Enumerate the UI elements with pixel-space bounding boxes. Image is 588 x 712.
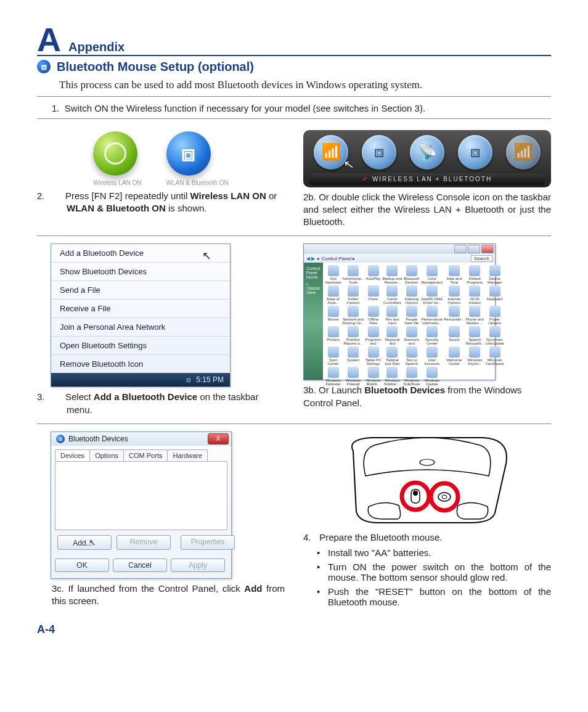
- step-1-num: 1.: [52, 103, 60, 113]
- cp-item[interactable]: Keyboard: [485, 285, 504, 305]
- cp-item[interactable]: Mouse: [325, 306, 341, 325]
- cp-item[interactable]: AutoPlay: [365, 265, 382, 284]
- menu-item[interactable]: Send a File: [51, 280, 230, 299]
- cp-item[interactable]: Device Manager: [485, 265, 504, 284]
- cp-item[interactable]: Windows Firewall: [343, 367, 364, 386]
- cp-item[interactable]: iSCSI Initiator: [465, 285, 484, 305]
- cp-item[interactable]: Taskbar and Start Menu: [383, 346, 402, 366]
- fn-icons: Wireless LAN ON ⧈ WLAN & Bluetooth ON: [37, 131, 285, 186]
- cp-item[interactable]: Ease of Acce...: [325, 285, 341, 305]
- wlan-bt-on-label: WLAN & Bluetooth ON: [166, 179, 229, 186]
- cp-item[interactable]: Regional and Language...: [383, 326, 402, 345]
- menu-item[interactable]: Join a Personal Area Network: [51, 317, 230, 336]
- cp-item[interactable]: Windows CardSpace: [485, 346, 504, 366]
- step-2b: 2b. Or double click the Wireless Console…: [303, 191, 551, 229]
- cp-side-classic[interactable]: • Classic View: [306, 282, 321, 295]
- cp-item[interactable]: Administrat... Tools: [343, 265, 364, 284]
- cp-item[interactable]: Internet Options: [444, 285, 464, 305]
- cp-item[interactable]: Default Programs: [465, 265, 484, 284]
- bluetooth-icon: ⧈: [37, 60, 51, 73]
- cp-item[interactable]: User Accounts: [421, 346, 443, 366]
- close-button[interactable]: X: [208, 433, 229, 444]
- menu-item[interactable]: Show Bluetooth Devices: [51, 262, 230, 280]
- cp-item[interactable]: Bluetooth Devices: [403, 265, 420, 284]
- cancel-button[interactable]: Cancel: [113, 559, 167, 572]
- menu-item[interactable]: Remove Bluetooth Icon: [51, 354, 230, 373]
- cp-side-home[interactable]: Control Panel Home: [306, 266, 321, 279]
- console-off-icon[interactable]: 📶: [506, 135, 541, 170]
- console-bt-icon[interactable]: ⧈: [458, 135, 492, 170]
- cp-item[interactable]: Game Controllers: [383, 285, 402, 305]
- cp-item[interactable]: Printers: [325, 326, 341, 345]
- cp-item[interactable]: Personaliz...: [444, 306, 464, 325]
- cp-item[interactable]: Windows Anytim...: [465, 346, 484, 366]
- step-1-text: Switch ON the Wireless function if neces…: [65, 103, 425, 113]
- cp-item[interactable]: People Near Me: [403, 306, 420, 325]
- cp-item[interactable]: Backup and Restore...: [383, 265, 402, 284]
- devices-list: [55, 461, 227, 530]
- step-4: 4. Prepare the Bluetooth mouse.: [303, 531, 551, 544]
- console-wlan-icon[interactable]: 📶: [314, 135, 348, 170]
- cp-item[interactable]: Performance Informatio...: [421, 306, 443, 325]
- wlan-on-icon: [93, 131, 137, 176]
- cp-breadcrumb[interactable]: ▸ Control Panel ▸: [317, 256, 355, 261]
- cp-item[interactable]: System: [343, 346, 364, 366]
- cp-item[interactable]: Symantec LiveUpdate: [485, 326, 504, 345]
- cp-item[interactable]: Windows SideShow: [403, 367, 420, 386]
- cp-item[interactable]: Sound: [444, 326, 464, 345]
- cp-item[interactable]: Windows Update: [421, 367, 443, 386]
- cp-item[interactable]: Welcome Center: [444, 346, 464, 366]
- cp-item[interactable]: Security Center: [421, 326, 443, 345]
- cp-item[interactable]: Sync Center: [325, 346, 341, 366]
- cp-item[interactable]: Text to Speech: [403, 346, 420, 366]
- step-2b-text: Or double click the Wireless Console ico…: [303, 192, 551, 227]
- appendix-letter: A: [37, 25, 61, 55]
- cp-item[interactable]: Intel(R) GMA Driver for...: [421, 285, 443, 305]
- dialog-title: Bluetooth Devices: [68, 435, 128, 443]
- step-3: 3.Select Add a Bluetooth Device on the t…: [52, 391, 285, 416]
- properties-button[interactable]: Properties: [181, 535, 235, 550]
- cp-item[interactable]: Power Options: [485, 306, 504, 325]
- cp-item[interactable]: Windows Sidebar ...: [383, 367, 402, 386]
- cp-item[interactable]: Pen and Input Devices: [383, 306, 402, 325]
- dialog-tab[interactable]: Hardware: [167, 449, 208, 461]
- wireless-console: 📶 ⧈ 📡 ⧈ 📶 ↖ ✔WIRELESS LAN + BLUETOOTH: [303, 130, 551, 187]
- cp-item[interactable]: Speech Recogniti...: [465, 326, 484, 345]
- cp-item[interactable]: Programs and Features: [365, 326, 382, 345]
- page-number: A-4: [37, 623, 551, 636]
- menu-item[interactable]: Receive a File: [51, 299, 230, 317]
- divider: [37, 424, 551, 424]
- cp-item[interactable]: Offline Files: [365, 306, 382, 325]
- cp-item[interactable]: Color Management: [421, 265, 443, 284]
- cp-item[interactable]: Network and Sharing Ce...: [343, 306, 364, 325]
- dialog-tab[interactable]: Devices: [55, 449, 90, 461]
- step-2-num: 2.: [52, 190, 65, 202]
- cp-item[interactable]: Windows Mobilit...: [365, 367, 382, 386]
- cp-item[interactable]: Folder Options: [343, 285, 364, 305]
- cp-item[interactable]: Windows Defender: [325, 367, 341, 386]
- cp-item[interactable]: Problem Reports a...: [343, 326, 364, 345]
- cp-item[interactable]: Scanners and Cameras: [403, 326, 420, 345]
- dialog-tab[interactable]: COM Ports: [123, 449, 168, 461]
- dialog-tab[interactable]: Options: [89, 449, 124, 461]
- add-button[interactable]: Add...↖: [57, 535, 112, 550]
- control-panel-window: ◀ ▶ ▸ Control Panel ▸ Search Control Pan…: [303, 243, 496, 380]
- console-wlan-bt-icon[interactable]: ⧈: [362, 135, 396, 170]
- remove-button[interactable]: Remove: [116, 535, 171, 550]
- cp-item[interactable]: Phone and Modem ...: [465, 306, 484, 325]
- cp-item[interactable]: Fonts: [365, 285, 382, 305]
- cp-item[interactable]: Tablet PC Settings: [365, 346, 382, 366]
- cp-item[interactable]: Indexing Options: [403, 285, 420, 305]
- cp-item[interactable]: Date and Time: [444, 265, 464, 284]
- cp-item[interactable]: Add Hardware: [325, 265, 341, 284]
- apply-button[interactable]: Apply: [171, 559, 225, 572]
- min-button[interactable]: [454, 245, 467, 253]
- ok-button[interactable]: OK: [55, 559, 109, 572]
- tray-bt-icon[interactable]: ⧈: [186, 375, 191, 384]
- close-button[interactable]: [481, 245, 494, 253]
- menu-item[interactable]: Open Bluetooth Settings: [51, 336, 230, 354]
- cp-search[interactable]: Search: [471, 255, 492, 262]
- max-button[interactable]: [468, 245, 480, 253]
- step-4-bullets: Install two "AA" batteries.Turn ON the p…: [317, 547, 551, 607]
- console-antenna-icon[interactable]: 📡: [410, 135, 444, 170]
